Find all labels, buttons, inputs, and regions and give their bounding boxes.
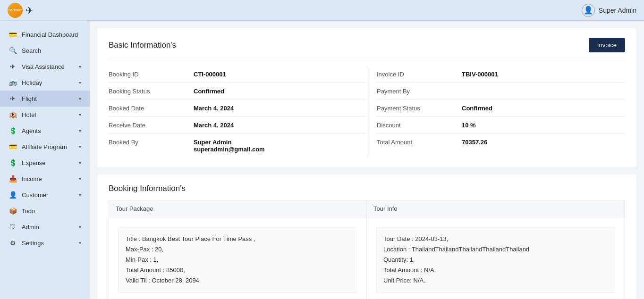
sidebar-item-settings[interactable]: ⚙Settings▾: [0, 235, 90, 251]
booked-date-value: March 4, 2024: [194, 105, 234, 112]
tour-info-header: Tour Info: [367, 200, 625, 217]
expense-icon: 💲: [8, 159, 17, 166]
affiliate-program-label: Affiliate Program: [22, 143, 74, 150]
income-label: Income: [22, 175, 74, 183]
tour-info-wrapper: Tour Date : 2024-03-13, Location : Thail…: [367, 217, 625, 299]
affiliate-program-icon: 💳: [8, 143, 17, 150]
visa-assistance-label: Visa Assistance: [22, 63, 74, 70]
sidebar-item-income[interactable]: 📥Income▾: [0, 171, 90, 187]
sidebar-item-holiday[interactable]: 🚌Holiday▾: [0, 75, 90, 91]
booking-status-label: Booking Status: [109, 88, 194, 95]
booking-info-title: Booking Information's: [109, 184, 625, 193]
tour-package-header: Tour Package: [109, 200, 366, 217]
sidebar-item-search[interactable]: 🔍Search: [0, 42, 90, 58]
payment-status-value: Confirmed: [462, 105, 492, 112]
booked-date-label: Booked Date: [109, 105, 194, 112]
holiday-icon: 🚌: [8, 79, 17, 86]
income-chevron-icon: ▾: [79, 176, 81, 182]
sidebar-item-todo[interactable]: 📦Todo: [0, 203, 90, 219]
brand: IV TRIP ✈: [8, 3, 34, 18]
plane-icon: ✈: [25, 5, 34, 16]
holiday-label: Holiday: [22, 79, 74, 86]
tour-package-col: Tour Package Title : Bangkok Best Tour P…: [109, 200, 367, 299]
sidebar-item-affiliate-program[interactable]: 💳Affiliate Program▾: [0, 139, 90, 155]
payment-status-row: Payment Status Confirmed: [377, 100, 625, 117]
tour-package-body: Title : Bangkok Best Tour Place For Time…: [119, 227, 357, 293]
agents-label: Agents: [22, 127, 74, 134]
invoice-id-row: Invoice ID TBIV-000001: [377, 66, 625, 83]
flight-label: Flight: [22, 95, 74, 102]
booked-by-label: Booked By: [109, 139, 194, 146]
total-amount-label: Total Amount: [377, 139, 462, 146]
invoice-button[interactable]: Invoice: [589, 38, 625, 52]
admin-icon: 🛡: [8, 223, 17, 231]
search-icon: 🔍: [8, 47, 17, 54]
user-area: 👤 Super Admin: [582, 4, 636, 17]
sidebar-item-hotel[interactable]: 🏨Hotel▾: [0, 107, 90, 123]
tour-package-wrapper: Title : Bangkok Best Tour Place For Time…: [109, 217, 366, 299]
payment-by-label: Payment By: [377, 88, 462, 95]
navbar: IV TRIP ✈ 👤 Super Admin: [0, 0, 644, 21]
customer-chevron-icon: ▾: [79, 192, 81, 198]
admin-chevron-icon: ▾: [79, 224, 81, 230]
sidebar-item-admin[interactable]: 🛡Admin▾: [0, 219, 90, 235]
total-amount-value: 70357.26: [462, 139, 487, 146]
booking-info-section: Booking Information's Tour Package Title…: [97, 174, 636, 299]
layout: 💳Financial Dashboard🔍Search✈Visa Assista…: [0, 21, 644, 299]
basic-info-grid: Booking ID CTI-000001 Booking Status Con…: [109, 66, 625, 158]
affiliate-program-chevron-icon: ▾: [79, 144, 81, 150]
basic-info-header: Basic Information's Invoice: [109, 38, 625, 52]
flight-chevron-icon: ▾: [79, 96, 81, 101]
sidebar-item-financial-dashboard[interactable]: 💳Financial Dashboard: [0, 26, 90, 42]
discount-label: Discount: [377, 122, 462, 129]
agents-chevron-icon: ▾: [79, 128, 81, 133]
basic-info-section: Basic Information's Invoice Booking ID C…: [97, 28, 636, 167]
booking-id-row: Booking ID CTI-000001: [109, 66, 367, 83]
hotel-label: Hotel: [22, 111, 74, 118]
payment-status-label: Payment Status: [377, 105, 462, 112]
sidebar-item-flight[interactable]: ✈Flight▾: [0, 91, 90, 107]
customer-label: Customer: [22, 191, 74, 199]
expense-chevron-icon: ▾: [79, 160, 81, 166]
invoice-id-label: Invoice ID: [377, 71, 462, 78]
main-content: Basic Information's Invoice Booking ID C…: [90, 21, 644, 299]
visa-assistance-icon: ✈: [8, 63, 17, 70]
sidebar-item-customer[interactable]: 👤Customer▾: [0, 187, 90, 203]
settings-icon: ⚙: [8, 239, 17, 247]
divider: [109, 60, 625, 60]
sidebar-item-agents[interactable]: 💲Agents▾: [0, 123, 90, 139]
basic-info-left: Booking ID CTI-000001 Booking Status Con…: [109, 66, 367, 158]
hotel-chevron-icon: ▾: [79, 112, 81, 117]
receive-date-row: Receive Date March 4, 2024: [109, 117, 367, 134]
financial-dashboard-icon: 💳: [8, 31, 17, 38]
booked-date-row: Booked Date March 4, 2024: [109, 100, 367, 117]
booking-id-value: CTI-000001: [194, 71, 226, 78]
brand-logo-text: IV TRIP: [8, 8, 22, 12]
user-avatar-icon: 👤: [582, 4, 595, 17]
sidebar-item-visa-assistance[interactable]: ✈Visa Assistance▾: [0, 58, 90, 75]
booked-by-name: Super Admin: [194, 139, 265, 146]
booking-info-grid: Tour Package Title : Bangkok Best Tour P…: [109, 200, 625, 299]
tour-info-col: Tour Info Tour Date : 2024-03-13, Locati…: [367, 200, 625, 299]
booked-by-value: Super Admin superadmin@gmail.com: [194, 139, 265, 153]
receive-date-label: Receive Date: [109, 122, 194, 129]
basic-info-right: Invoice ID TBIV-000001 Payment By Paymen…: [367, 66, 625, 158]
visa-assistance-chevron-icon: ▾: [79, 64, 81, 69]
sidebar: 💳Financial Dashboard🔍Search✈Visa Assista…: [0, 21, 90, 299]
financial-dashboard-label: Financial Dashboard: [22, 31, 81, 38]
income-icon: 📥: [8, 175, 17, 183]
customer-icon: 👤: [8, 191, 17, 199]
admin-label: Admin: [22, 224, 74, 231]
tour-info-body: Tour Date : 2024-03-13, Location : Thail…: [376, 227, 615, 293]
sidebar-item-expense[interactable]: 💲Expense▾: [0, 155, 90, 171]
booking-status-value: Confirmed: [194, 88, 224, 95]
hotel-icon: 🏨: [8, 111, 17, 118]
flight-icon: ✈: [8, 95, 17, 102]
agents-icon: 💲: [8, 127, 17, 134]
expense-label: Expense: [22, 159, 74, 166]
booking-status-row: Booking Status Confirmed: [109, 83, 367, 100]
booked-by-email: superadmin@gmail.com: [194, 146, 265, 153]
booked-by-row: Booked By Super Admin superadmin@gmail.c…: [109, 134, 367, 158]
discount-row: Discount 10 %: [377, 117, 625, 134]
invoice-id-value: TBIV-000001: [462, 71, 498, 78]
